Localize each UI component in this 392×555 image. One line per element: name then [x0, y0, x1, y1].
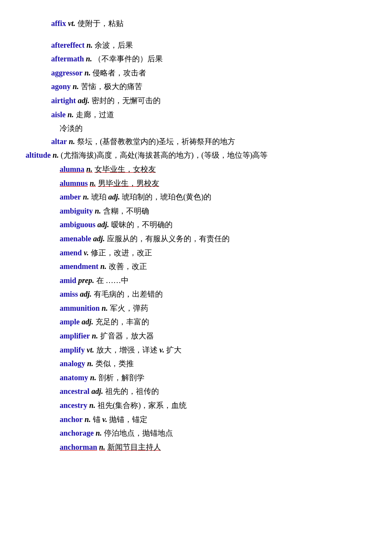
dictionary-content: affix vt. 使附于，粘贴 aftereffect n. 余波，后果 af…	[26, 17, 366, 454]
entry-ambiguous: ambiguous adj. 暧昧的，不明确的	[60, 218, 366, 231]
word-amber: amber	[60, 193, 81, 201]
entry-analogy: analogy n. 类似，类推	[60, 357, 366, 370]
entry-ancestry: ancestry n. 祖先(集合称)，家系，血统	[60, 399, 366, 412]
entry-amplifier: amplifier n. 扩音器，放大器	[60, 330, 366, 343]
entry-affix: affix vt. 使附于，粘贴	[51, 17, 366, 30]
entry-amend: amend v. 修正，改进，改正	[60, 246, 366, 260]
entry-anchor: anchor n. 锚 v. 抛锚，锚定	[60, 413, 366, 426]
word-ambiguous: ambiguous	[60, 220, 95, 229]
word-agony: agony	[51, 82, 71, 91]
word-anchor: anchor	[60, 415, 83, 424]
entry-aggressor: aggressor n. 侵略者，攻击者	[51, 66, 366, 80]
word-alumnus: alumnus	[60, 179, 88, 188]
word-amenable: amenable	[60, 234, 91, 243]
entry-ammunition: ammunition n. 军火，弹药	[60, 302, 366, 315]
word-aftereffect: aftereffect	[51, 41, 85, 49]
word-anchorage: anchorage	[60, 429, 94, 437]
word-amiss: amiss	[60, 290, 78, 298]
entry-anchorman: anchorman n. 新闻节目主持人	[60, 441, 366, 454]
word-altar: altar	[51, 137, 67, 146]
word-alumna: alumna	[60, 165, 84, 173]
word-anchorman: anchorman	[60, 443, 97, 451]
word-amend: amend	[60, 249, 82, 257]
word-altitude: altitude	[26, 151, 51, 159]
word-amplify: amplify	[60, 346, 85, 354]
entry-ample: ample adj. 充足的，丰富的	[60, 315, 366, 329]
entry-airtight: airtight adj. 密封的，无懈可击的	[51, 94, 366, 107]
word-aggressor: aggressor	[51, 69, 83, 77]
word-aisle: aisle	[51, 110, 66, 119]
entry-amendment: amendment n. 改善，改正	[60, 260, 366, 273]
word-affix: affix	[51, 19, 66, 28]
word-ammunition: ammunition	[60, 304, 100, 312]
word-airtight: airtight	[51, 96, 76, 105]
entry-amiss: amiss adj. 有毛病的，出差错的	[60, 288, 366, 301]
entry-amid: amid prep. 在 ……中	[60, 274, 366, 287]
word-analogy: analogy	[60, 359, 85, 368]
word-amendment: amendment	[60, 262, 98, 271]
entry-anchorage: anchorage n. 停泊地点，抛锚地点	[60, 427, 366, 440]
entry-aftermath: aftermath n. （不幸事件的）后果	[51, 52, 366, 66]
word-ancestry: ancestry	[60, 401, 87, 410]
word-aftermath: aftermath	[51, 55, 84, 63]
entry-ancestral: ancestral adj. 祖先的，祖传的	[60, 385, 366, 398]
entry-alumnus: alumnus n. 男毕业生，男校友	[60, 177, 366, 190]
cold-note: 冷淡的	[60, 122, 366, 135]
entry-aisle: aisle n. 走廊，过道	[51, 108, 366, 121]
entry-amplify: amplify vt. 放大，增强，详述 v. 扩大	[60, 344, 366, 357]
word-ambiguity: ambiguity	[60, 207, 93, 215]
entry-aftereffect: aftereffect n. 余波，后果	[51, 39, 366, 52]
entry-altitude: altitude n. (尤指海拔)高度，高处(海拔甚高的地方)，(等级，地位等…	[26, 149, 366, 162]
entry-ambiguity: ambiguity n. 含糊，不明确	[60, 205, 366, 218]
entry-altar: altar n. 祭坛，(基督教教堂内的)圣坛，祈祷祭拜的地方	[51, 135, 366, 148]
entry-anatomy: anatomy n. 剖析，解剖学	[60, 371, 366, 384]
entry-amber: amber n. 琥珀 adj. 琥珀制的，琥珀色(黄色)的	[60, 191, 366, 204]
word-ample: ample	[60, 318, 80, 326]
word-amplifier: amplifier	[60, 332, 90, 340]
entry-amenable: amenable adj. 应服从的，有服从义务的，有责任的	[60, 232, 366, 246]
word-anatomy: anatomy	[60, 373, 88, 382]
entry-agony: agony n. 苦恼，极大的痛苦	[51, 80, 366, 93]
word-amid: amid	[60, 276, 76, 285]
word-ancestral: ancestral	[60, 387, 89, 396]
entry-alumna: alumna n. 女毕业生，女校友	[60, 163, 366, 176]
